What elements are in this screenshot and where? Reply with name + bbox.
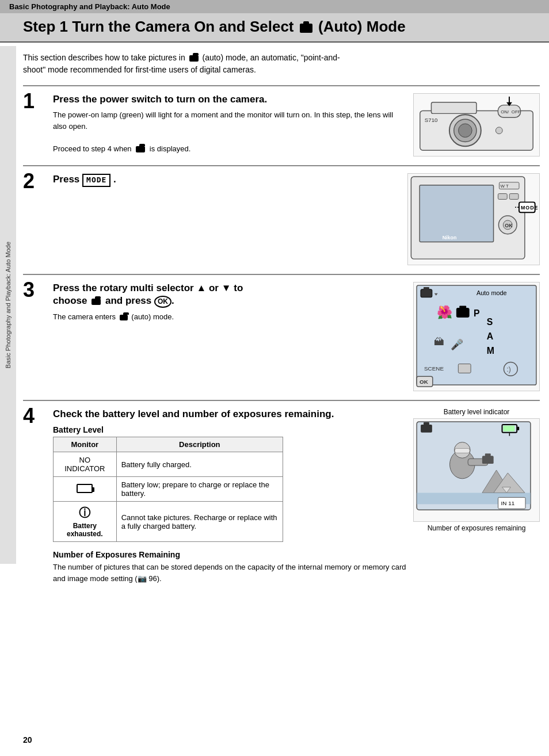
mode-button-label: MODE xyxy=(82,174,110,187)
exposures-body: The number of pictures that can be store… xyxy=(53,562,406,584)
svg-text::): :) xyxy=(506,366,510,374)
svg-text:S: S xyxy=(487,317,493,327)
sidebar-text: Basic Photography and Playback: Auto Mod… xyxy=(5,242,12,368)
table-cell-monitor-1: NO INDICATOR xyxy=(54,452,117,477)
step-3: 3 Press the rotary multi selector ▲ or ▼… xyxy=(23,274,540,400)
svg-text:IN 11: IN 11 xyxy=(501,500,515,506)
svg-rect-40 xyxy=(458,364,471,373)
table-header-description: Description xyxy=(116,437,283,452)
step-1-heading: Press the power switch to turn on the ca… xyxy=(53,93,406,106)
svg-rect-47 xyxy=(421,425,432,433)
step-1: 1 Press the power switch to turn on the … xyxy=(23,86,540,165)
step-4-content: Check the battery level and number of ex… xyxy=(53,408,406,584)
step-4-number: 4 xyxy=(23,406,46,426)
svg-rect-33 xyxy=(459,306,466,309)
svg-text:ON: ON xyxy=(501,110,508,115)
step-3-body: The camera enters (auto) mode. xyxy=(53,311,406,323)
step-1-body: The power-on lamp (green) will light for… xyxy=(53,109,406,154)
battery-image-container: Battery level indicator xyxy=(413,408,540,532)
svg-rect-14 xyxy=(420,185,493,242)
svg-text:M: M xyxy=(487,346,494,356)
table-row: Battery low; prepare to charge or replac… xyxy=(54,477,283,502)
step-1-content: Press the power switch to turn on the ca… xyxy=(53,93,406,154)
camera-icon-step1 xyxy=(136,146,145,152)
battery-camera-svg: IN 11 xyxy=(413,418,540,522)
step-2-heading: Press MODE . xyxy=(53,173,401,187)
svg-text:SCENE: SCENE xyxy=(424,366,444,372)
svg-rect-50 xyxy=(517,427,519,430)
exposures-section: Number of Exposures Remaining The number… xyxy=(53,550,406,584)
to-text: to xyxy=(234,282,243,293)
step-1-image: S710 ON / OFF xyxy=(413,93,540,158)
header-bar-text: Basic Photography and Playback: Auto Mod… xyxy=(9,2,170,11)
camera-icon-step3b xyxy=(120,315,128,320)
camera-icon-step3 xyxy=(92,299,101,305)
svg-text:🎤: 🎤 xyxy=(451,338,464,351)
svg-point-12 xyxy=(495,127,502,134)
svg-text:🌺: 🌺 xyxy=(437,305,453,320)
sidebar: Basic Photography and Playback: Auto Mod… xyxy=(0,46,16,564)
svg-text:P: P xyxy=(474,309,480,319)
step-4: 4 Check the battery level and number of … xyxy=(23,400,540,591)
step-4-heading: Check the battery level and number of ex… xyxy=(53,408,406,421)
main-title: Step 1 Turn the Camera On and Select (Au… xyxy=(23,18,540,36)
svg-text:S710: S710 xyxy=(425,117,438,123)
table-row: NO INDICATOR Battery fully charged. xyxy=(54,452,283,477)
svg-rect-51 xyxy=(503,426,514,432)
step-3-heading: Press the rotary multi selector ▲ or ▼ t… xyxy=(53,282,406,308)
step-2-number: 2 xyxy=(23,171,46,192)
table-cell-monitor-3: ⓘ Battery exhausted. xyxy=(54,502,117,542)
svg-text:Auto mode: Auto mode xyxy=(476,289,507,296)
svg-rect-19 xyxy=(509,194,518,200)
svg-rect-28 xyxy=(421,289,432,297)
battery-low-icon xyxy=(77,484,93,493)
battery-level-label: Battery level indicator xyxy=(444,408,510,416)
step-1-number: 1 xyxy=(23,91,46,112)
camera-icon xyxy=(300,24,312,33)
step-3-number: 3 xyxy=(23,280,46,300)
svg-point-4 xyxy=(459,124,472,138)
header-bar: Basic Photography and Playback: Auto Mod… xyxy=(0,0,549,13)
table-cell-monitor-2 xyxy=(54,477,117,502)
step-2-content: Press MODE . xyxy=(53,173,401,190)
svg-rect-55 xyxy=(455,449,470,453)
step-2-image: Nikon W T OK MODE xyxy=(407,173,540,267)
step-3-image: Auto mode 🌺 P S A M 🎤 SCE xyxy=(413,282,540,393)
svg-rect-58 xyxy=(485,454,491,457)
svg-text:OFF: OFF xyxy=(512,110,521,115)
svg-text:OK: OK xyxy=(505,223,513,228)
step-1-camera-svg: S710 ON / OFF xyxy=(413,93,540,156)
main-content: This section describes how to take pictu… xyxy=(0,43,549,600)
page-number: 20 xyxy=(23,735,32,744)
svg-text:MODE: MODE xyxy=(521,205,539,211)
intro-paragraph: This section describes how to take pictu… xyxy=(23,52,357,76)
svg-text:A: A xyxy=(487,331,494,341)
table-header-monitor: Monitor xyxy=(54,437,117,452)
camera-icon-intro xyxy=(189,55,199,62)
table-cell-desc-3: Cannot take pictures. Recharge or replac… xyxy=(116,502,283,542)
table-cell-desc-1: Battery fully charged. xyxy=(116,452,283,477)
step-2-camera-svg: Nikon W T OK MODE xyxy=(407,173,540,265)
svg-rect-57 xyxy=(482,456,494,464)
svg-text:W  T: W T xyxy=(500,184,508,189)
battery-exhausted-icon: ⓘ xyxy=(58,505,112,521)
title-section: Step 1 Turn the Camera On and Select (Au… xyxy=(0,13,549,43)
table-cell-desc-2: Battery low; prepare to charge or replac… xyxy=(116,477,283,502)
step-2: 2 Press MODE . Nikon W T xyxy=(23,166,540,274)
svg-text:Nikon: Nikon xyxy=(443,235,457,240)
svg-rect-48 xyxy=(424,422,429,425)
svg-text:OK: OK xyxy=(420,379,429,385)
battery-exhausted-label: Battery exhausted. xyxy=(58,522,112,538)
step-3-screen-svg: Auto mode 🌺 P S A M 🎤 SCE xyxy=(413,282,540,391)
exposures-remaining-label: Number of exposures remaining xyxy=(428,524,526,532)
svg-rect-32 xyxy=(456,308,469,318)
battery-level-title: Battery Level xyxy=(53,425,406,434)
svg-rect-29 xyxy=(424,287,429,290)
step-3-content: Press the rotary multi selector ▲ or ▼ t… xyxy=(53,282,406,322)
ok-button-label: OK xyxy=(154,296,171,308)
battery-table: Monitor Description NO INDICATOR Battery… xyxy=(53,437,283,542)
svg-rect-18 xyxy=(498,194,507,200)
table-row: ⓘ Battery exhausted. Cannot take picture… xyxy=(54,502,283,542)
svg-rect-1 xyxy=(431,102,476,114)
exposures-title: Number of Exposures Remaining xyxy=(53,550,406,559)
